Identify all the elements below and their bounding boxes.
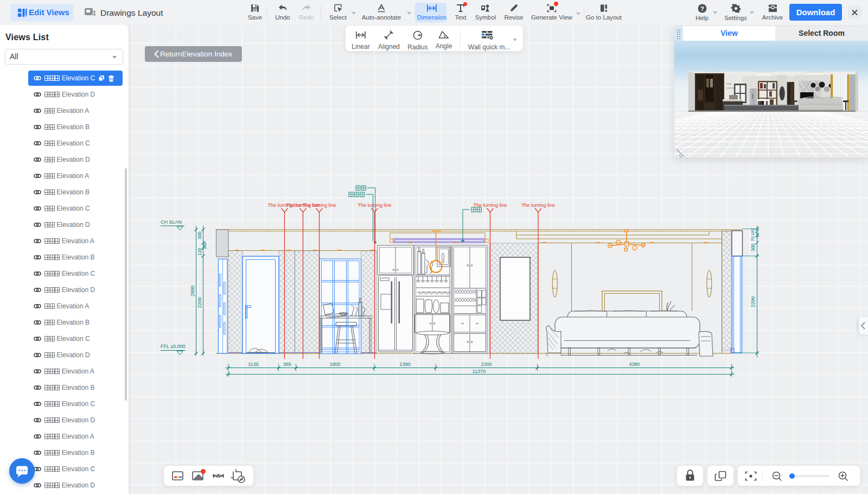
svg-text:?: ? — [700, 5, 704, 12]
